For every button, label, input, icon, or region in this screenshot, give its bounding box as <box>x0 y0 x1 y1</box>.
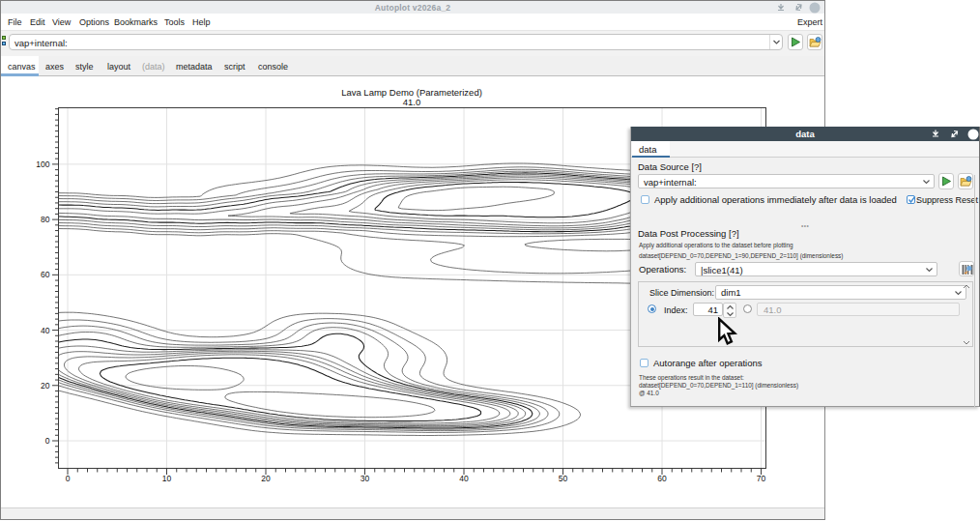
svg-text:0: 0 <box>45 436 50 446</box>
svg-text:30: 30 <box>360 474 370 483</box>
svg-text:100: 100 <box>36 159 49 169</box>
svg-text:20: 20 <box>261 474 271 483</box>
svg-text:20: 20 <box>41 381 50 391</box>
svg-text:60: 60 <box>657 474 667 483</box>
svg-text:80: 80 <box>41 215 50 224</box>
svg-text:60: 60 <box>41 270 50 279</box>
svg-text:40: 40 <box>459 474 469 483</box>
svg-text:50: 50 <box>559 474 568 483</box>
svg-text:0: 0 <box>66 474 71 483</box>
svg-text:40: 40 <box>41 326 50 335</box>
svg-text:70: 70 <box>757 474 766 483</box>
svg-text:41.0: 41.0 <box>403 97 421 107</box>
svg-text:10: 10 <box>162 474 172 483</box>
